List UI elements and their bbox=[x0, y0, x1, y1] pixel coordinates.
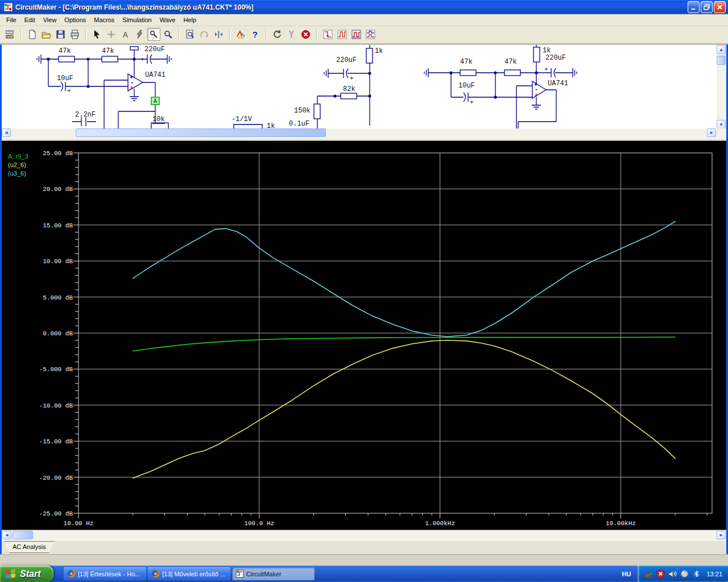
svg-text:10.00 Hz: 10.00 Hz bbox=[64, 520, 94, 527]
text-tool-icon[interactable]: A bbox=[119, 28, 132, 41]
open-file-icon[interactable] bbox=[40, 28, 53, 41]
cap-polarity-mark: + bbox=[140, 56, 144, 63]
bluetooth-icon[interactable] bbox=[692, 569, 701, 578]
system-ball-icon[interactable] bbox=[680, 569, 689, 578]
component-label: -1/1V bbox=[231, 115, 252, 123]
waveform-panel[interactable]: A: r9_3 (u2_6) (u3_6) 25.00 dB20.00 dB15… bbox=[2, 141, 726, 530]
circuitmaker-icon bbox=[235, 569, 244, 578]
menu-edit[interactable]: Edit bbox=[20, 15, 39, 25]
scroll-thumb[interactable] bbox=[76, 128, 326, 137]
scroll-up-icon[interactable]: ▲ bbox=[717, 45, 726, 54]
task-label: CircuitMaker bbox=[246, 571, 282, 577]
volume-icon[interactable] bbox=[668, 569, 677, 578]
split-view-icon[interactable] bbox=[212, 28, 225, 41]
waveform-horizontal-scrollbar[interactable]: ◄ ► bbox=[2, 530, 726, 540]
schematic-drawing: + - + + - + + + + + + A bbox=[2, 45, 719, 128]
component-label: UA741 bbox=[548, 80, 568, 88]
scroll-thumb[interactable] bbox=[13, 531, 33, 539]
bode-plot[interactable]: 25.00 dB20.00 dB15.00 dB10.00 dB5.000 dB… bbox=[2, 141, 728, 530]
menu-file[interactable]: File bbox=[2, 15, 20, 25]
component-label: 0.1uF bbox=[289, 120, 309, 128]
opamp-plus-mark: + bbox=[535, 93, 538, 99]
waveform-d-icon[interactable] bbox=[364, 28, 377, 41]
reset-icon[interactable] bbox=[271, 28, 284, 41]
circuit-horizontal-scrollbar[interactable]: ◄ ► bbox=[2, 128, 726, 138]
restore-button[interactable] bbox=[701, 1, 713, 13]
waveform-c-icon[interactable] bbox=[350, 28, 363, 41]
task-firefox-1[interactable]: [13] Értesítések - Ho... bbox=[64, 567, 146, 580]
task-label: [13] Értesítések - Ho... bbox=[78, 571, 140, 577]
zoom-tool-icon[interactable] bbox=[162, 28, 175, 41]
print-icon[interactable] bbox=[68, 28, 81, 41]
help-icon[interactable]: ? bbox=[249, 28, 262, 41]
opamp-minus-mark: - bbox=[535, 86, 538, 93]
svg-text:A: A bbox=[123, 31, 128, 39]
scroll-down-icon[interactable]: ▼ bbox=[717, 120, 726, 128]
circuit-vertical-scrollbar[interactable]: ▲ ▼ bbox=[717, 45, 726, 128]
waveform-a-icon[interactable] bbox=[321, 28, 334, 41]
menu-bar: File Edit View Options Macros Simulation… bbox=[0, 14, 728, 26]
minimize-button[interactable] bbox=[688, 1, 700, 13]
cap-polarity-mark: + bbox=[350, 75, 354, 82]
taskbar-clock[interactable]: 13:21 bbox=[706, 571, 722, 577]
schematic-canvas[interactable]: + - + + - + + + + + + A bbox=[2, 44, 726, 128]
title-bar: CircuitMaker - [C:\Program Files\...\han… bbox=[0, 0, 728, 14]
desktop: CircuitMaker - [C:\Program Files\...\han… bbox=[0, 0, 728, 582]
status-strip bbox=[0, 554, 728, 566]
tab-ac-analysis[interactable]: AC Analysis bbox=[4, 541, 55, 553]
svg-text:10.00 dB: 10.00 dB bbox=[43, 258, 73, 265]
component-browser-icon[interactable] bbox=[3, 28, 16, 41]
scroll-thumb[interactable] bbox=[717, 56, 726, 65]
svg-text:5.000 dB: 5.000 dB bbox=[43, 294, 73, 301]
graphics-tool-icon[interactable] bbox=[644, 569, 653, 578]
close-button[interactable] bbox=[714, 1, 726, 13]
simulation-mode-icon[interactable] bbox=[234, 28, 247, 41]
menu-view[interactable]: View bbox=[39, 15, 61, 25]
component-label: 47k bbox=[460, 58, 473, 66]
save-icon[interactable] bbox=[54, 28, 67, 41]
wire-tool-icon[interactable] bbox=[105, 28, 118, 41]
language-indicator[interactable]: HU bbox=[618, 569, 636, 579]
task-firefox-2[interactable]: [13] Műveleti erősítő ... bbox=[148, 567, 230, 580]
menu-macros[interactable]: Macros bbox=[90, 15, 118, 25]
component-label: 10uF bbox=[458, 82, 475, 90]
preview-icon[interactable] bbox=[184, 28, 197, 41]
scroll-right-icon[interactable]: ► bbox=[717, 531, 726, 539]
scroll-left-icon[interactable]: ◄ bbox=[2, 128, 11, 137]
toolbar: A ? bbox=[0, 26, 728, 42]
svg-text:-15.00 dB: -15.00 dB bbox=[39, 438, 73, 445]
component-label: 1k bbox=[543, 47, 551, 55]
taskbar: Start [13] Értesítések - Ho... [13] Műve… bbox=[0, 566, 728, 582]
component-label: 1k bbox=[267, 122, 275, 128]
component-label: 220uF bbox=[336, 56, 357, 64]
svg-text:0.000 dB: 0.000 dB bbox=[43, 330, 73, 337]
rotate-icon[interactable] bbox=[198, 28, 211, 41]
delete-tool-icon[interactable] bbox=[133, 28, 146, 41]
task-circuitmaker[interactable]: CircuitMaker bbox=[232, 567, 315, 580]
legend-item-r9_3: A: r9_3 bbox=[8, 152, 28, 161]
component-label: 10k bbox=[152, 115, 165, 124]
probe-y-icon[interactable] bbox=[285, 28, 298, 41]
stop-simulation-icon[interactable] bbox=[299, 28, 312, 41]
probe-tool-icon[interactable] bbox=[147, 28, 160, 41]
window-title: CircuitMaker - [C:\Program Files\...\han… bbox=[15, 3, 688, 11]
svg-text:10.00kHz: 10.00kHz bbox=[606, 520, 636, 527]
component-label: 47k bbox=[102, 47, 114, 55]
security-alert-icon[interactable] bbox=[656, 569, 665, 578]
firefox-icon bbox=[151, 569, 160, 578]
component-label: 2.2nF bbox=[75, 111, 96, 119]
menu-options[interactable]: Options bbox=[60, 15, 90, 25]
scroll-right-icon[interactable]: ► bbox=[707, 128, 716, 137]
svg-text:?: ? bbox=[253, 31, 258, 39]
menu-help[interactable]: Help bbox=[179, 15, 200, 25]
waveform-b-icon[interactable] bbox=[336, 28, 349, 41]
new-file-icon[interactable] bbox=[26, 28, 39, 41]
svg-text:100.0 Hz: 100.0 Hz bbox=[244, 520, 274, 527]
app-icon bbox=[3, 2, 13, 12]
arrow-tool-icon[interactable] bbox=[90, 28, 104, 41]
start-button[interactable]: Start bbox=[0, 566, 53, 582]
menu-wave[interactable]: Wave bbox=[156, 15, 180, 25]
scroll-left-icon[interactable]: ◄ bbox=[2, 531, 11, 539]
probe-marker-label: A bbox=[154, 98, 157, 105]
menu-simulation[interactable]: Simulation bbox=[118, 15, 155, 25]
